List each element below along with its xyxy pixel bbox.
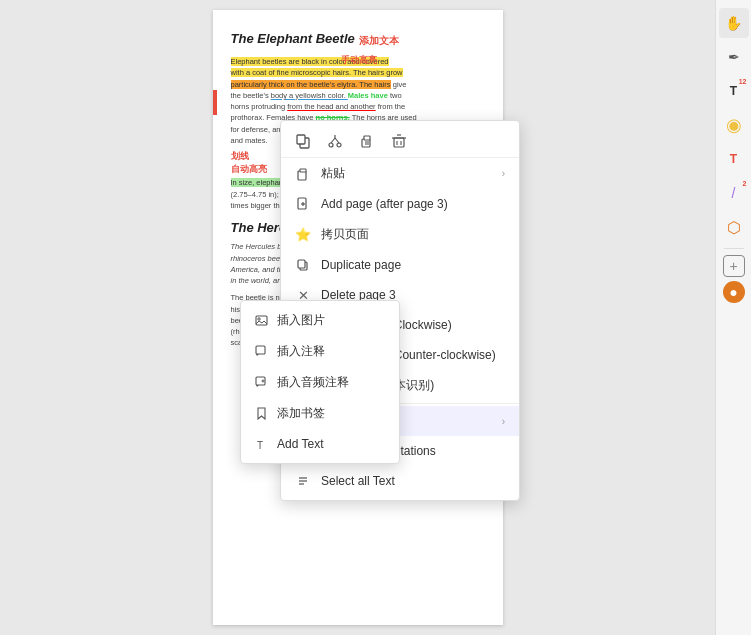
menu-item-copy-page[interactable]: ⭐ 拷贝页面 bbox=[281, 219, 519, 250]
body-text-2: the beetle's bbox=[231, 91, 271, 100]
copy-page-icon: ⭐ bbox=[295, 227, 311, 243]
hand-icon: ✋ bbox=[725, 15, 742, 31]
menu-toolbar bbox=[281, 125, 519, 158]
add-text-sub-icon: T bbox=[253, 436, 269, 452]
body-text-3: two bbox=[388, 91, 402, 100]
marker-icon: ◉ bbox=[726, 114, 742, 136]
document-area: The Elephant Beetle 添加文本 手动高亮 Elephant b… bbox=[0, 0, 715, 635]
pen2-badge: 2 bbox=[743, 180, 747, 187]
ruler-label: 划线 bbox=[231, 150, 249, 163]
svg-rect-11 bbox=[394, 138, 404, 147]
copy-page-label: 拷贝页面 bbox=[321, 226, 505, 243]
circle-btn[interactable]: ● bbox=[723, 281, 745, 303]
highlight-yellow-text2: with a coat of fine microscopic hairs. T… bbox=[231, 68, 403, 77]
pen-tool-btn[interactable]: ✒ bbox=[719, 42, 749, 72]
underline-text-1: body a yellowish color. bbox=[271, 91, 348, 100]
svg-text:T: T bbox=[257, 440, 263, 451]
add-tool-btn[interactable]: + bbox=[723, 255, 745, 277]
marker-btn[interactable]: ◉ bbox=[719, 110, 749, 140]
add-text-sub-label: Add Text bbox=[277, 437, 323, 451]
add-page-icon bbox=[295, 196, 311, 212]
stamp-btn[interactable]: ⬡ bbox=[719, 212, 749, 242]
svg-rect-8 bbox=[364, 136, 370, 140]
sub-item-insert-image[interactable]: 插入图片 bbox=[241, 305, 399, 336]
underline-red-text: from the head and another bbox=[287, 102, 375, 111]
insert-annotation-icon bbox=[253, 344, 269, 360]
svg-rect-31 bbox=[256, 346, 265, 354]
body-text-1: give bbox=[393, 80, 407, 89]
toolbar-separator bbox=[724, 248, 744, 249]
sub-item-add-bookmark[interactable]: 添加书签 bbox=[241, 398, 399, 429]
toolbar-delete-icon[interactable] bbox=[389, 131, 409, 151]
menu-item-select-text[interactable]: Select all Text bbox=[281, 466, 519, 496]
sub-item-insert-audio[interactable]: 插入音频注释 bbox=[241, 367, 399, 398]
duplicate-page-label: Duplicate page bbox=[321, 258, 505, 272]
svg-point-30 bbox=[257, 318, 259, 320]
body-text-5: from the bbox=[376, 102, 406, 111]
pen2-icon: / bbox=[732, 185, 736, 201]
svg-rect-22 bbox=[298, 260, 305, 268]
toolbar-paste-special-icon[interactable] bbox=[357, 131, 377, 151]
toolbar-copy-icon[interactable] bbox=[293, 131, 313, 151]
svg-line-4 bbox=[331, 138, 335, 143]
paste-icon bbox=[295, 166, 311, 182]
highlight-orange-text: particularly thick on the beetle's elytr… bbox=[231, 80, 391, 89]
green-text-1: Males have bbox=[348, 91, 388, 100]
svg-line-5 bbox=[335, 138, 339, 143]
body-text-9: and mates. bbox=[231, 136, 268, 145]
text-size-badge: 12 bbox=[739, 78, 747, 85]
svg-point-3 bbox=[337, 143, 341, 147]
text-color-btn[interactable]: T bbox=[719, 144, 749, 174]
pen-icon: ✒ bbox=[728, 49, 740, 65]
text-size-btn[interactable]: T 12 bbox=[719, 76, 749, 106]
manual-highlight-label: 手动高亮 bbox=[341, 54, 377, 68]
hand-tool-btn[interactable]: ✋ bbox=[719, 8, 749, 38]
add-bookmark-label: 添加书签 bbox=[277, 405, 325, 422]
svg-point-33 bbox=[262, 380, 264, 382]
pen2-btn[interactable]: / 2 bbox=[719, 178, 749, 208]
select-text-icon bbox=[295, 473, 311, 489]
paste-label: 粘贴 bbox=[321, 165, 492, 182]
body-text-4: horns protruding bbox=[231, 102, 288, 111]
paste-arrow: › bbox=[502, 168, 505, 179]
insert-arrow: › bbox=[502, 416, 505, 427]
insert-image-label: 插入图片 bbox=[277, 312, 325, 329]
left-bar-indicator bbox=[213, 90, 217, 115]
duplicate-page-icon bbox=[295, 257, 311, 273]
select-text-label: Select all Text bbox=[321, 474, 505, 488]
svg-rect-29 bbox=[256, 316, 267, 325]
auto-highlight-label: 自动高亮 bbox=[231, 163, 267, 176]
sub-item-insert-annotation[interactable]: 插入注释 bbox=[241, 336, 399, 367]
text-color-icon: T bbox=[730, 152, 737, 166]
menu-item-add-page[interactable]: Add page (after page 3) bbox=[281, 189, 519, 219]
sub-item-add-text[interactable]: T Add Text bbox=[241, 429, 399, 459]
insert-annotation-label: 插入注释 bbox=[277, 343, 325, 360]
add-text-annotation: 添加文本 bbox=[359, 34, 399, 48]
svg-rect-1 bbox=[297, 135, 305, 144]
svg-point-2 bbox=[329, 143, 333, 147]
title-elephant: The Elephant Beetle bbox=[231, 30, 355, 48]
menu-item-duplicate-page[interactable]: Duplicate page bbox=[281, 250, 519, 280]
insert-audio-icon bbox=[253, 375, 269, 391]
toolbar-cut-icon[interactable] bbox=[325, 131, 345, 151]
insert-image-icon bbox=[253, 313, 269, 329]
menu-item-paste[interactable]: 粘贴 › bbox=[281, 158, 519, 189]
add-bookmark-icon bbox=[253, 406, 269, 422]
svg-rect-17 bbox=[300, 169, 306, 172]
circle-icon: ● bbox=[729, 284, 737, 300]
plus-icon: + bbox=[729, 258, 737, 274]
stamp-icon: ⬡ bbox=[727, 218, 741, 237]
right-toolbar: ✋ ✒ T 12 ◉ T / 2 ⬡ + ● bbox=[715, 0, 751, 635]
text-size-icon: T bbox=[730, 84, 737, 98]
add-page-label: Add page (after page 3) bbox=[321, 197, 505, 211]
insert-submenu: 插入图片 插入注释 插入音频注释 添加书签 T Add Text bbox=[240, 300, 400, 464]
insert-audio-label: 插入音频注释 bbox=[277, 374, 349, 391]
